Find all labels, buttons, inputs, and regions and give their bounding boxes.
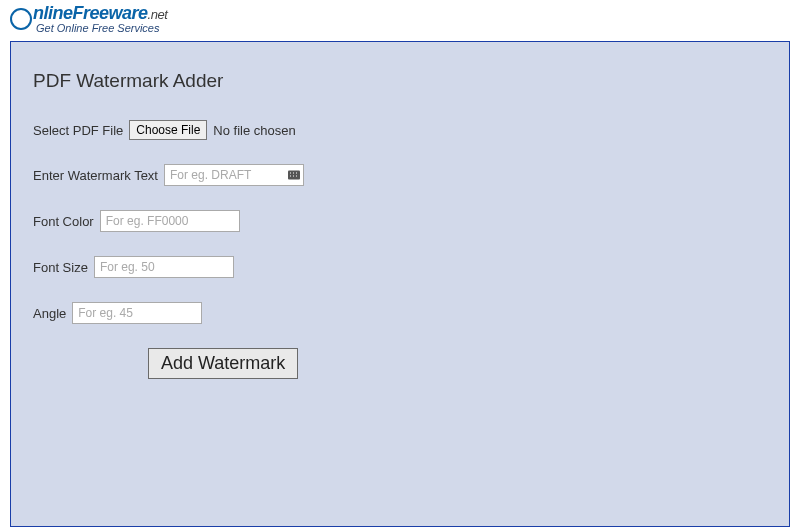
fontcolor-field-row: Font Color	[33, 210, 767, 232]
watermark-text-input[interactable]	[164, 164, 304, 186]
logo-circle-icon	[10, 8, 32, 30]
angle-label: Angle	[33, 306, 66, 321]
watermark-field-row: Enter Watermark Text	[33, 164, 767, 186]
logo-name: nlineFreeware	[33, 3, 148, 23]
font-color-input[interactable]	[100, 210, 240, 232]
logo-title: nlineFreeware.net	[33, 4, 167, 22]
file-label: Select PDF File	[33, 123, 123, 138]
fontsize-label: Font Size	[33, 260, 88, 275]
site-header: nlineFreeware.net Get Online Free Servic…	[0, 0, 800, 36]
logo-tagline: Get Online Free Services	[36, 23, 167, 34]
fontcolor-label: Font Color	[33, 214, 94, 229]
file-status-text: No file chosen	[213, 123, 295, 138]
angle-input[interactable]	[72, 302, 202, 324]
logo-tld: .net	[148, 7, 168, 22]
main-panel: PDF Watermark Adder Select PDF File Choo…	[10, 41, 790, 527]
page-title: PDF Watermark Adder	[33, 70, 767, 92]
add-watermark-button[interactable]: Add Watermark	[148, 348, 298, 379]
logo-text-block: nlineFreeware.net Get Online Free Servic…	[33, 4, 167, 34]
file-field-row: Select PDF File Choose File No file chos…	[33, 120, 767, 140]
watermark-label: Enter Watermark Text	[33, 168, 158, 183]
fontsize-field-row: Font Size	[33, 256, 767, 278]
angle-field-row: Angle	[33, 302, 767, 324]
font-size-input[interactable]	[94, 256, 234, 278]
choose-file-button[interactable]: Choose File	[129, 120, 207, 140]
submit-row: Add Watermark	[148, 348, 767, 379]
